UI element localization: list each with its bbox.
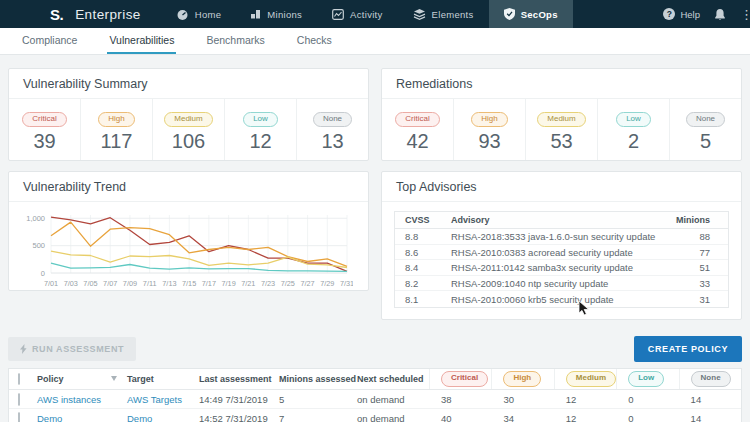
severity-badge-low: Low <box>243 112 278 127</box>
svg-text:7/27: 7/27 <box>300 279 314 288</box>
column-header-minions-assessed: Minions assessed <box>279 374 357 384</box>
none-count-cell: 14 <box>679 394 741 405</box>
run-assessment-button[interactable]: RUN ASSESSMENT <box>8 337 136 361</box>
tab-vulnerabilities[interactable]: Vulnerabilities <box>107 28 176 54</box>
svg-text:7/05: 7/05 <box>83 279 97 288</box>
severity-badge-high: High <box>503 371 541 386</box>
svg-text:0: 0 <box>41 269 45 278</box>
topbar: S. Enterprise HomeMinionsActivityElement… <box>0 0 750 28</box>
stat-remediations-low: Low2 <box>597 99 669 160</box>
detail-cards-row: Vulnerability Trend 05001,0007/017/037/0… <box>0 171 750 320</box>
help-label: Help <box>680 9 700 20</box>
nav-item-minions[interactable]: Minions <box>236 0 317 28</box>
svg-text:7/23: 7/23 <box>261 279 275 288</box>
remediations-title: Remediations <box>382 69 741 99</box>
actions-row: RUN ASSESSMENT CREATE POLICY <box>8 336 742 362</box>
severity-badge-none: None <box>313 112 352 127</box>
severity-badge-high: High <box>471 112 507 127</box>
svg-text:7/13: 7/13 <box>162 279 176 288</box>
policy-row-aws-instances: AWS instancesAWS Targets14:49 7/31/20195… <box>9 390 741 410</box>
stat-remediations-critical: Critical42 <box>382 99 453 160</box>
stat-value-critical: 42 <box>382 130 453 153</box>
policy-column-label: Policy <box>37 374 64 384</box>
minions-icon <box>251 9 261 19</box>
nav-item-home[interactable]: Home <box>161 0 237 28</box>
severity-badge-medium: Medium <box>537 112 585 127</box>
advisory-cvss: 8.4 <box>405 262 451 273</box>
stat-value-medium: 106 <box>153 130 224 153</box>
svg-text:7/25: 7/25 <box>281 279 295 288</box>
advisories-header-row: CVSSAdvisoryMinions <box>395 212 728 229</box>
bell-icon[interactable] <box>714 8 726 21</box>
critical-count-cell: 38 <box>429 394 491 405</box>
row-checkbox[interactable] <box>18 393 20 406</box>
stat-remediations-high: High93 <box>453 99 525 160</box>
kebab-menu-icon[interactable]: ⋮ <box>740 8 748 21</box>
trend-series-critical <box>51 218 347 272</box>
stat-value-none: 13 <box>297 130 368 153</box>
svg-text:7/03: 7/03 <box>64 279 78 288</box>
stat-value-low: 2 <box>598 130 669 153</box>
advisory-name: RHSA-2010:0060 krb5 security update <box>451 294 664 305</box>
activity-icon <box>332 9 344 20</box>
tab-compliance[interactable]: Compliance <box>20 28 79 54</box>
secops-shield-icon <box>504 8 515 20</box>
create-policy-button[interactable]: CREATE POLICY <box>634 336 742 362</box>
column-header-critical: Critical <box>429 369 491 389</box>
advisory-name: RHSA-2018:3533 java-1.6.0-sun security u… <box>451 231 664 242</box>
stat-value-medium: 53 <box>526 130 597 153</box>
brand-name: Enterprise <box>75 7 141 22</box>
low-count-cell: 0 <box>616 394 678 405</box>
advisory-row: 8.8RHSA-2018:3533 java-1.6.0-sun securit… <box>395 229 728 245</box>
column-header-next-scheduled: Next scheduled <box>357 374 429 384</box>
nav-label-elements: Elements <box>432 9 474 20</box>
brand[interactable]: S. Enterprise <box>0 0 141 28</box>
summary-cards-row: Vulnerability SummaryCritical39High117Me… <box>0 68 750 161</box>
nav-item-secops[interactable]: SecOps <box>489 0 573 28</box>
select-all-checkbox[interactable] <box>18 373 20 385</box>
stat-remediations-none: None5 <box>669 99 741 160</box>
lightning-icon <box>20 344 27 354</box>
advisories-col-minions: Minions <box>664 215 718 225</box>
advisories-col-cvss: CVSS <box>405 215 451 225</box>
stat-vulnerability-summary-medium: Medium106 <box>152 99 224 160</box>
help-button[interactable]: ? Help <box>663 8 700 20</box>
severity-badge-none: None <box>691 371 731 386</box>
vulnerability-summary-stats: Critical39High117Medium106Low12None13 <box>9 99 368 160</box>
trend-card-title: Vulnerability Trend <box>9 172 368 202</box>
severity-badge-medium: Medium <box>164 112 212 127</box>
row-checkbox[interactable] <box>18 412 20 422</box>
high-count-cell: 34 <box>491 413 553 422</box>
nav-item-elements[interactable]: Elements <box>398 0 489 28</box>
none-count-cell: 14 <box>679 413 741 422</box>
svg-text:7/11: 7/11 <box>143 279 157 288</box>
next-scheduled-cell: on demand <box>357 413 429 422</box>
severity-badge-critical: Critical <box>22 112 66 127</box>
policy-table-header: PolicyTargetLast assessmentMinions asses… <box>9 369 741 390</box>
tab-checks[interactable]: Checks <box>295 28 334 54</box>
advisory-cvss: 8.2 <box>405 278 451 289</box>
nav-item-activity[interactable]: Activity <box>317 0 398 28</box>
tab-benchmarks[interactable]: Benchmarks <box>204 28 266 54</box>
svg-text:7/07: 7/07 <box>103 279 117 288</box>
target-link[interactable]: Demo <box>127 413 199 422</box>
advisory-cvss: 8.8 <box>405 231 451 242</box>
column-header-high: High <box>491 369 553 389</box>
next-scheduled-cell: on demand <box>357 394 429 405</box>
top-advisories-card: Top Advisories CVSSAdvisoryMinions 8.8RH… <box>381 171 742 320</box>
advisory-name: RHSA-2010:0383 acroread security update <box>451 247 664 258</box>
severity-badge-high: High <box>98 112 134 127</box>
advisory-minions: 77 <box>664 247 718 258</box>
policy-link[interactable]: Demo <box>37 413 127 422</box>
column-header-last-assessment: Last assessment <box>199 374 279 384</box>
stat-vulnerability-summary-high: High117 <box>80 99 152 160</box>
policy-link[interactable]: AWS instances <box>37 394 127 405</box>
advisory-minions: 51 <box>664 262 718 273</box>
advisories-table: CVSSAdvisoryMinions 8.8RHSA-2018:3533 ja… <box>394 211 729 308</box>
advisories-col-advisory: Advisory <box>451 215 664 225</box>
home-icon <box>176 9 189 20</box>
target-link[interactable]: AWS Targets <box>127 394 199 405</box>
policy-table: PolicyTargetLast assessmentMinions asses… <box>8 368 742 422</box>
advisory-row: 8.1RHSA-2010:0060 krb5 security update31 <box>395 291 728 307</box>
filter-icon[interactable] <box>111 376 117 381</box>
